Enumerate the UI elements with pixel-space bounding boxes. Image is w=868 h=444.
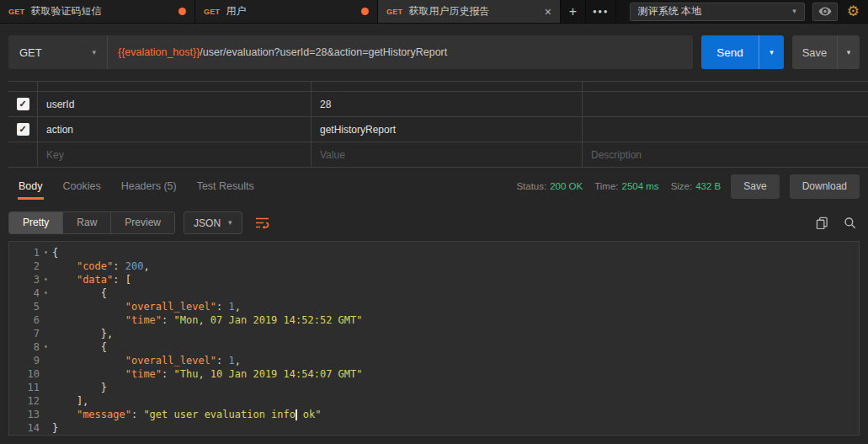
tab-title: 获取用户历史报告 bbox=[408, 4, 539, 19]
url-box: GET ▾ {{evalation_host}}/user/evaluation… bbox=[8, 35, 693, 69]
param-row: ✓actiongetHistoryReport bbox=[8, 117, 868, 142]
fold-spacer bbox=[40, 313, 52, 327]
token-s: ok" bbox=[297, 409, 322, 420]
param-value-input[interactable]: Value bbox=[312, 142, 583, 167]
token-s: "Thu, 10 Jan 2019 14:54:07 GMT" bbox=[174, 368, 363, 380]
response-tab-body[interactable]: Body bbox=[8, 168, 53, 205]
param-description-cell[interactable] bbox=[583, 117, 868, 142]
token-p: , bbox=[143, 260, 149, 272]
close-tab-icon[interactable]: × bbox=[540, 6, 551, 18]
param-key-input[interactable]: Key bbox=[38, 142, 312, 167]
fold-toggle-icon[interactable]: ▾ bbox=[40, 246, 52, 259]
view-mode-preview[interactable]: Preview bbox=[111, 212, 174, 233]
copy-response-button[interactable] bbox=[816, 217, 828, 229]
environment-area: 测评系统 本地 ▾ ⚙ bbox=[630, 0, 868, 23]
fold-toggle-icon[interactable]: ▾ bbox=[40, 286, 52, 300]
param-key-cell[interactable]: userId bbox=[38, 92, 312, 116]
viewer-actions bbox=[816, 217, 860, 229]
unsaved-indicator-dot bbox=[361, 8, 369, 15]
language-label: JSON bbox=[194, 217, 221, 229]
token-p: : bbox=[131, 409, 143, 420]
line-number: 11 bbox=[9, 381, 40, 394]
line-number: 14 bbox=[9, 421, 40, 435]
param-description-input[interactable]: Description bbox=[583, 142, 868, 167]
token-p: , bbox=[235, 355, 241, 366]
fold-toggle-icon[interactable]: ▾ bbox=[40, 340, 52, 354]
code-text: "message": "get user evaluation info ok" bbox=[52, 408, 321, 421]
request-tab[interactable]: GET用户 bbox=[195, 0, 378, 23]
param-row: ✓userId28 bbox=[8, 92, 868, 117]
status-label: Status: bbox=[516, 181, 546, 191]
token-p: : bbox=[216, 355, 228, 366]
params-table: ✓userId28✓actiongetHistoryReport Key Val… bbox=[8, 81, 868, 168]
search-response-button[interactable] bbox=[844, 217, 856, 229]
code-line: 14} bbox=[9, 421, 859, 435]
language-dropdown[interactable]: JSON ▾ bbox=[184, 211, 242, 234]
token-p: } bbox=[52, 382, 107, 393]
code-text: { bbox=[52, 340, 107, 354]
save-response-button[interactable]: Save bbox=[731, 174, 779, 199]
wrap-lines-button[interactable] bbox=[255, 217, 269, 229]
param-checkbox[interactable]: ✓ bbox=[17, 123, 29, 136]
save-request-options-button[interactable]: ▾ bbox=[837, 35, 860, 69]
view-mode-pretty[interactable]: Pretty bbox=[9, 212, 63, 233]
param-key-cell[interactable]: action bbox=[38, 117, 312, 142]
request-tab[interactable]: GET获取用户历史报告× bbox=[378, 0, 561, 23]
response-tab-cookies[interactable]: Cookies bbox=[53, 168, 111, 205]
request-tab[interactable]: GET获取验证码短信 bbox=[0, 0, 195, 23]
view-mode-raw[interactable]: Raw bbox=[63, 212, 111, 233]
param-checkbox[interactable]: ✓ bbox=[17, 98, 29, 110]
url-input[interactable]: {{evalation_host}}/user/evaluation?userI… bbox=[108, 35, 693, 69]
response-body-viewer: 1▾{2 "code": 200,3▾ "data": [4▾ {5 "over… bbox=[8, 241, 860, 436]
code-text: } bbox=[52, 381, 107, 394]
request-tabs: GET获取验证码短信GET用户GET获取用户历史报告× bbox=[0, 0, 561, 23]
environment-quicklook-button[interactable] bbox=[812, 3, 838, 21]
environment-selector[interactable]: 测评系统 本地 ▾ bbox=[630, 3, 805, 21]
download-response-button[interactable]: Download bbox=[790, 174, 860, 199]
fold-spacer bbox=[40, 367, 52, 381]
token-k: "time" bbox=[125, 368, 162, 380]
new-tab-button[interactable]: + bbox=[561, 0, 586, 23]
response-tabs: BodyCookiesHeaders (5)Test Results bbox=[8, 168, 264, 205]
code-text: } bbox=[52, 421, 58, 435]
token-p bbox=[52, 368, 125, 380]
param-value-cell[interactable]: 28 bbox=[312, 92, 583, 116]
method-badge: GET bbox=[204, 8, 220, 16]
send-options-button[interactable]: ▾ bbox=[759, 35, 784, 69]
code-text: ], bbox=[52, 394, 88, 408]
tab-title: 获取验证码短信 bbox=[30, 4, 178, 19]
code-line: 8▾ { bbox=[9, 340, 859, 354]
tab-bar: GET获取验证码短信GET用户GET获取用户历史报告× + ●●● 测评系统 本… bbox=[0, 0, 868, 24]
token-p: ], bbox=[52, 395, 88, 407]
method-dropdown[interactable]: GET ▾ bbox=[8, 35, 108, 69]
checkbox-cell: ✓ bbox=[8, 117, 38, 142]
code-text: "overall_level": 1, bbox=[52, 354, 241, 367]
code-text: "time": "Mon, 07 Jan 2019 14:52:52 GMT" bbox=[52, 313, 362, 327]
size-label: Size: bbox=[671, 181, 693, 191]
method-badge: GET bbox=[8, 8, 24, 16]
method-label: GET bbox=[19, 46, 42, 59]
param-value-cell[interactable]: getHistoryReport bbox=[312, 117, 583, 142]
save-request-button[interactable]: Save bbox=[792, 35, 837, 69]
code-line: 12 ], bbox=[9, 394, 859, 408]
token-p bbox=[52, 260, 77, 272]
response-meta: Status: 200 OK Time: 2504 ms Size: 432 B bbox=[504, 181, 721, 191]
unsaved-indicator-dot bbox=[178, 8, 186, 15]
eye-icon bbox=[818, 7, 832, 16]
token-p: { bbox=[52, 287, 107, 299]
line-number: 13 bbox=[9, 408, 40, 421]
copy-icon bbox=[816, 217, 828, 229]
fold-spacer bbox=[40, 354, 52, 367]
settings-gear-icon[interactable]: ⚙ bbox=[845, 4, 860, 19]
line-number: 5 bbox=[9, 300, 40, 313]
response-tab-headers-5[interactable]: Headers (5) bbox=[111, 168, 187, 205]
token-p bbox=[52, 355, 125, 366]
fold-toggle-icon[interactable]: ▾ bbox=[40, 273, 52, 286]
tab-options-button[interactable]: ●●● bbox=[586, 0, 616, 23]
param-description-cell[interactable] bbox=[583, 92, 868, 116]
token-p bbox=[52, 409, 77, 420]
view-mode-switch: PrettyRawPreview bbox=[8, 211, 175, 234]
token-p bbox=[52, 274, 77, 286]
send-button[interactable]: Send bbox=[701, 35, 759, 69]
response-tab-test-results[interactable]: Test Results bbox=[187, 168, 264, 205]
